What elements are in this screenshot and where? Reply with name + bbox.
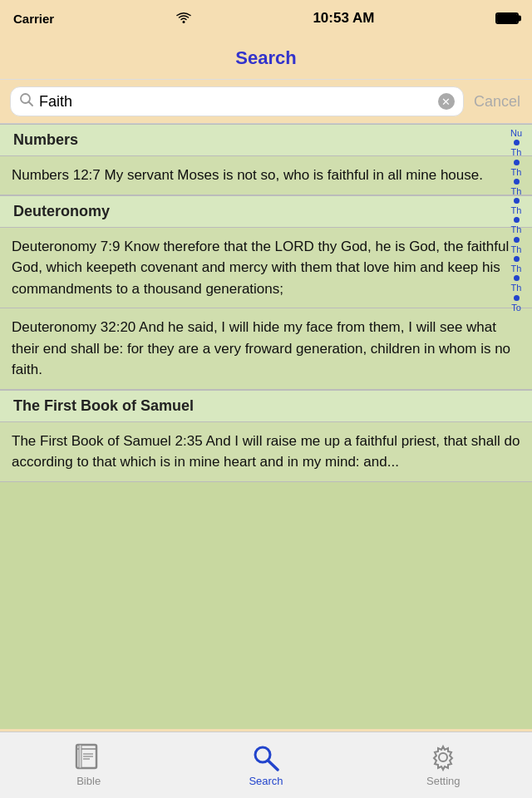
section-header-samuel: The First Book of Samuel: [0, 390, 532, 422]
search-tab-icon: [250, 743, 282, 771]
side-index-item[interactable]: Th: [500, 282, 532, 293]
tab-bible[interactable]: Bible: [0, 743, 177, 787]
verse-text: The First Book of Samuel 2:35 And I will…: [12, 433, 520, 470]
side-index-item[interactable]: Th: [500, 166, 532, 178]
tab-search[interactable]: Search: [177, 743, 354, 787]
verse-item[interactable]: Deuteronomy 32:20 And he said, I will hi…: [0, 308, 532, 390]
search-icon: [19, 92, 34, 111]
search-input[interactable]: [39, 93, 433, 111]
status-time: 10:53 AM: [313, 10, 374, 27]
side-index-item[interactable]: Th: [500, 244, 532, 255]
section-header-numbers: Numbers: [0, 124, 532, 156]
setting-icon: [427, 743, 459, 771]
nav-title: Search: [235, 47, 296, 69]
side-index-item[interactable]: Th: [500, 185, 532, 197]
tab-search-label: Search: [249, 775, 283, 787]
verse-item[interactable]: Deuteronomy 7:9 Know therefore that the …: [0, 228, 532, 309]
verse-text: Deuteronomy 7:9 Know therefore that the …: [12, 239, 509, 297]
side-index-item[interactable]: Th: [500, 146, 532, 158]
tab-bible-label: Bible: [76, 775, 101, 787]
nav-bar: Search: [0, 37, 532, 80]
tab-setting-label: Setting: [426, 775, 460, 787]
side-index-item[interactable]: Th: [500, 263, 532, 274]
svg-point-11: [439, 753, 447, 761]
status-bar: Carrier 10:53 AM: [0, 0, 532, 37]
search-bar-container: ✕ Cancel: [0, 80, 532, 124]
side-index-item[interactable]: Nu: [500, 127, 532, 139]
side-index[interactable]: Nu Th Th Th Th Th Th Th Th: [500, 124, 532, 313]
verse-text: Numbers 12:7 My servant Moses is not so,…: [12, 167, 483, 183]
tab-setting[interactable]: Setting: [355, 743, 532, 787]
verse-item[interactable]: The First Book of Samuel 2:35 And I will…: [0, 422, 532, 482]
side-index-item[interactable]: Th: [500, 204, 532, 216]
verse-text: Deuteronomy 32:20 And he said, I will hi…: [12, 319, 510, 377]
search-input-wrapper: ✕: [10, 86, 464, 116]
svg-point-0: [182, 21, 185, 23]
section-header-deuteronomy: Deuteronomy: [0, 195, 532, 228]
search-results: Numbers Numbers 12:7 My servant Moses is…: [0, 124, 532, 729]
wifi-icon: [175, 12, 192, 26]
verse-item[interactable]: Numbers 12:7 My servant Moses is not so,…: [0, 156, 532, 195]
cancel-button[interactable]: Cancel: [472, 90, 522, 114]
carrier-label: Carrier: [13, 12, 54, 26]
bible-icon: [73, 743, 105, 771]
clear-button[interactable]: ✕: [438, 93, 455, 110]
tab-bar: Bible Search Setting: [0, 732, 532, 798]
svg-line-10: [268, 761, 278, 770]
side-index-item[interactable]: To: [500, 302, 532, 313]
svg-line-2: [29, 102, 33, 106]
battery-icon: [495, 12, 519, 24]
svg-rect-5: [79, 745, 81, 768]
side-index-item[interactable]: Th: [500, 224, 532, 235]
